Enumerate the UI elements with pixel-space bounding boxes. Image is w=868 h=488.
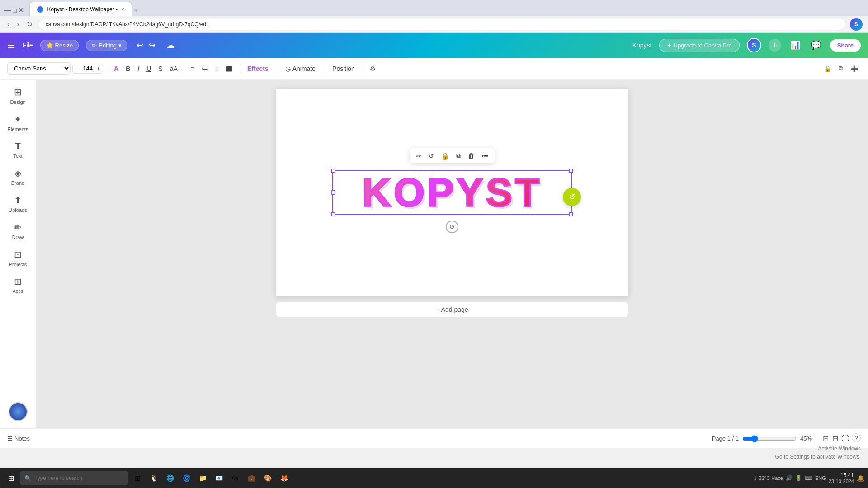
zoom-slider[interactable] [742, 435, 797, 442]
font-selector[interactable]: Canva Sans [7, 62, 71, 75]
taskbar-search-btn[interactable]: 🐧 [146, 471, 161, 485]
ctx-delete-btn[interactable]: 🗑 [465, 150, 477, 161]
resize-btn[interactable]: ⭐ Resize [40, 40, 79, 51]
help-btn[interactable]: ? [852, 433, 861, 442]
sidebar-item-apps[interactable]: ⊞ Apps [3, 272, 33, 297]
animate-btn[interactable]: ◷ Animate [281, 63, 320, 74]
minimize-btn[interactable]: — [4, 6, 11, 14]
taskbar-chrome-btn[interactable]: 🌐 [163, 471, 177, 485]
upgrade-btn[interactable]: ✦ Upgrade to Canva Pro [659, 39, 740, 52]
sidebar: ⊞ Design ✦ Elements T Text ◈ Brand ⬆ Upl… [0, 80, 36, 428]
notification-btn[interactable]: 🔔 [857, 474, 864, 482]
start-btn[interactable]: ⊞ [4, 471, 18, 485]
align-btn[interactable]: ≡ [188, 63, 197, 74]
tab-close-btn[interactable]: × [121, 6, 124, 13]
comment-btn[interactable]: 💬 [809, 38, 823, 52]
profile-btn[interactable]: S [850, 18, 863, 31]
canva-profile-btn[interactable] [9, 402, 28, 421]
ctx-copy-btn[interactable]: ⧉ [453, 150, 463, 161]
case-btn[interactable]: aA [167, 63, 180, 74]
taskbar-mail-btn[interactable]: 📧 [212, 471, 226, 485]
star-icon: ⭐ [46, 42, 53, 49]
taskbar-search-input[interactable] [34, 475, 124, 481]
grid-view-btn[interactable]: ⊞ [822, 433, 830, 444]
sidebar-label-apps: Apps [13, 289, 23, 294]
more-options-btn[interactable]: ⚙ [367, 63, 378, 74]
sidebar-item-draw[interactable]: ✏ Draw [3, 218, 33, 244]
browser-chrome: — □ ✕ Kopyst - Desktop Wallpaper - × + ‹… [0, 0, 868, 33]
taskbar-edge-btn[interactable]: 🌀 [179, 471, 193, 485]
handle-br[interactable] [569, 212, 573, 216]
notes-btn[interactable]: ☰ Notes [7, 435, 30, 442]
editing-btn[interactable]: ✏ Editing ▾ [86, 40, 127, 51]
close-btn[interactable]: ✕ [18, 6, 24, 14]
bottom-bar: ☰ Notes Page 1 / 1 45% ⊞ ⊟ ⛶ ? [0, 428, 868, 448]
sidebar-item-elements[interactable]: ✦ Elements [3, 110, 33, 136]
taskbar-store-btn[interactable]: 🛍 [228, 471, 242, 485]
text-element-container[interactable]: ✏ ↺ 🔒 ⧉ 🗑 ••• [332, 170, 572, 215]
fullscreen-btn[interactable]: ⛶ [841, 433, 850, 444]
canvas-page[interactable]: ✏ ↺ 🔒 ⧉ 🗑 ••• [276, 89, 628, 296]
sidebar-item-uploads[interactable]: ⬆ Uploads [3, 191, 33, 216]
maximize-btn[interactable]: □ [13, 7, 16, 14]
add-section-btn[interactable]: ➕ [848, 63, 861, 74]
sidebar-item-projects[interactable]: ⊡ Projects [3, 245, 33, 271]
share-btn[interactable]: Share [830, 39, 861, 52]
copy-btn[interactable]: ⧉ [836, 63, 846, 74]
copy-overlay-btn[interactable]: ↺ [563, 188, 581, 206]
bold-btn[interactable]: B [123, 63, 133, 74]
taskbar-explorer-btn[interactable]: 📁 [195, 471, 210, 485]
reload-btn[interactable]: ↻ [25, 18, 34, 30]
file-btn[interactable]: File [23, 42, 33, 49]
ctx-edit-btn[interactable]: ✏ [413, 150, 424, 161]
italic-btn[interactable]: I [135, 63, 142, 74]
strikethrough-btn[interactable]: S [156, 63, 165, 74]
taskbar-search-container: 🔍 [20, 471, 128, 485]
position-btn[interactable]: Position [328, 63, 359, 74]
ctx-lock-btn[interactable]: 🔒 [439, 150, 452, 161]
lock-btn[interactable]: 🔒 [821, 63, 834, 74]
sidebar-item-text[interactable]: T Text [3, 137, 33, 162]
effects-btn[interactable]: Effects [243, 63, 273, 74]
taskbar-widgets-btn[interactable]: ⊞ [130, 471, 145, 485]
taskbar-teams-btn[interactable]: 💼 [244, 471, 259, 485]
cloud-save-btn[interactable]: ☁ [165, 38, 176, 52]
system-tray: 🌡 32°C Haze 🔊 🔋 ⌨ ENG 15:41 23-10-2024 🔔 [753, 472, 865, 484]
sidebar-label-projects: Projects [9, 262, 27, 267]
spacing-btn[interactable]: ↕ [212, 63, 221, 74]
text-color-btn[interactable]: A [111, 63, 121, 74]
decrease-font-btn[interactable]: − [75, 65, 79, 72]
active-tab[interactable]: Kopyst - Desktop Wallpaper - × [29, 2, 132, 16]
stats-btn[interactable]: 📊 [788, 38, 802, 52]
rotate-handle[interactable]: ↺ [446, 221, 458, 233]
add-page-btn[interactable]: + Add page [276, 302, 628, 317]
handle-tl[interactable] [331, 169, 335, 173]
tab-title: Kopyst - Desktop Wallpaper - [47, 6, 118, 13]
sidebar-item-design[interactable]: ⊞ Design [3, 83, 33, 108]
taskbar-canva-btn[interactable]: 🎨 [260, 471, 275, 485]
kopyst-text[interactable]: KOPYST KOPYST [362, 169, 542, 216]
list-btn[interactable]: ≔ [199, 63, 211, 74]
handle-tr[interactable] [569, 169, 573, 173]
forward-btn[interactable]: › [15, 19, 21, 30]
handle-ml[interactable] [331, 190, 335, 195]
handle-bl[interactable] [331, 212, 335, 216]
back-btn[interactable]: ‹ [5, 19, 11, 30]
new-tab-btn[interactable]: + [134, 6, 138, 14]
avatar-btn[interactable]: S [747, 38, 761, 52]
address-input[interactable] [38, 19, 846, 30]
underline-btn[interactable]: U [144, 63, 154, 74]
redo-btn[interactable]: ↪ [147, 38, 157, 52]
sidebar-item-brand[interactable]: ◈ Brand [3, 164, 33, 189]
ctx-refresh-btn[interactable]: ↺ [426, 150, 437, 161]
taskbar-firefox-btn[interactable]: 🦊 [277, 471, 291, 485]
transparency-btn[interactable]: ⬛ [223, 64, 235, 74]
undo-btn[interactable]: ↩ [135, 38, 145, 52]
sidebar-label-brand: Brand [11, 180, 24, 186]
ctx-more-btn[interactable]: ••• [479, 150, 491, 161]
main-area: ⊞ Design ✦ Elements T Text ◈ Brand ⬆ Upl… [0, 80, 868, 428]
layout-view-btn[interactable]: ⊟ [831, 433, 839, 444]
increase-font-btn[interactable]: + [96, 65, 100, 72]
add-btn[interactable]: + [769, 39, 781, 52]
hamburger-btn[interactable]: ☰ [7, 40, 15, 51]
